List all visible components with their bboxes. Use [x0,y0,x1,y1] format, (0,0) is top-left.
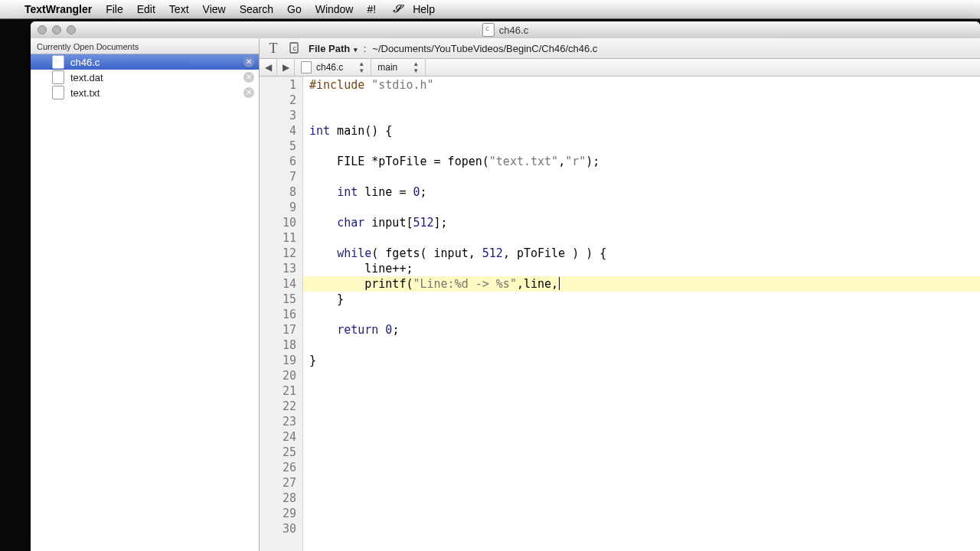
dropdown-arrows-icon: ▲▼ [413,60,419,74]
code-line[interactable]: char input[512]; [303,215,980,230]
line-number: 24 [260,429,302,445]
line-number: 29 [260,506,302,521]
code-line[interactable] [303,139,980,154]
editor-pane: T c File Path ▾ : ~/Documents/YouTubeVid… [260,38,980,551]
line-number-gutter: 1234567891011121314151617181920212223242… [260,77,303,551]
nav-bar: ◀ ▶ ch46.c ▲▼ main ▲▼ [260,59,980,77]
line-number: 16 [260,307,302,322]
menu-search[interactable]: Search [240,3,273,15]
menu-window[interactable]: Window [315,3,354,15]
close-document-icon[interactable]: ✕ [243,87,254,98]
file-name-label: text.dat [70,72,103,83]
document-icon [52,86,64,99]
menu-help[interactable]: Help [413,3,435,15]
minimize-window-button[interactable] [52,25,61,34]
code-line[interactable]: line++; [303,261,980,276]
line-number: 17 [260,322,302,337]
code-line[interactable] [303,307,980,322]
code-line[interactable] [303,491,980,506]
code-line[interactable] [303,460,980,475]
line-number: 14 [260,276,302,292]
scripts-menu-icon[interactable]: 𝒮 [393,3,400,15]
line-number: 27 [260,475,302,491]
symbol-popup[interactable]: main ▲▼ [371,59,426,76]
file-popup[interactable]: ch46.c ▲▼ [295,59,371,76]
path-label: File Path ▾ [309,43,358,54]
code-editor[interactable]: 1234567891011121314151617181920212223242… [260,77,980,551]
text-tool-icon[interactable]: T [266,41,281,56]
code-line[interactable]: while( fgets( input, 512, pToFile ) ) { [303,246,980,261]
macos-menubar: TextWrangler File Edit Text View Search … [0,0,980,19]
line-number: 22 [260,399,302,414]
line-number: 8 [260,184,302,200]
nav-forward-button[interactable]: ▶ [277,59,295,76]
code-line[interactable] [303,445,980,460]
window-title: ch46.c [482,23,528,37]
sidebar-file-text-dat[interactable]: text.dat✕ [31,70,259,85]
code-line[interactable] [303,414,980,429]
app-menu[interactable]: TextWrangler [24,3,92,15]
close-document-icon[interactable]: ✕ [243,72,254,83]
code-line[interactable] [303,368,980,383]
line-number: 5 [260,139,302,154]
line-number: 13 [260,261,302,276]
menu-text[interactable]: Text [169,3,189,15]
code-line[interactable] [303,521,980,536]
code-line[interactable] [303,230,980,246]
line-number: 2 [260,93,302,108]
file-icon [301,61,312,73]
menu-go[interactable]: Go [287,3,302,15]
line-number: 3 [260,108,302,123]
sidebar-file-text-txt[interactable]: text.txt✕ [31,85,259,100]
zoom-window-button[interactable] [67,25,76,34]
menu-view[interactable]: View [203,3,226,15]
sidebar-file-ch46-c[interactable]: ch46.c✕ [31,54,259,70]
file-path[interactable]: ~/Documents/YouTubeVideos/BeginC/Ch46/ch… [372,43,597,54]
code-line[interactable] [303,383,980,399]
menu-file[interactable]: File [106,3,123,15]
line-number: 15 [260,292,302,307]
code-line[interactable]: printf("Line:%d -> %s",line, [303,276,980,292]
code-line[interactable] [303,200,980,215]
sidebar-header: Currently Open Documents [31,38,259,54]
code-line[interactable] [303,429,980,445]
code-line[interactable] [303,399,980,414]
code-line[interactable]: } [303,292,980,307]
line-number: 12 [260,246,302,261]
close-document-icon[interactable]: ✕ [243,57,254,67]
window-title-text: ch46.c [499,24,528,36]
document-info-icon[interactable]: c [287,41,302,56]
line-number: 23 [260,414,302,429]
symbol-popup-label: main [377,62,397,73]
nav-back-button[interactable]: ◀ [260,59,277,76]
code-content[interactable]: #include "stdio.h"int main() { FILE *pTo… [303,77,980,551]
line-number: 1 [260,77,302,93]
code-line[interactable]: int line = 0; [303,184,980,200]
file-popup-label: ch46.c [316,62,343,73]
traffic-lights [38,25,76,34]
document-icon [52,70,64,84]
code-line[interactable] [303,506,980,521]
menu-edit[interactable]: Edit [137,3,155,15]
code-line[interactable]: #include "stdio.h" [303,77,980,93]
text-cursor [559,277,560,290]
close-window-button[interactable] [38,25,47,34]
file-name-label: ch46.c [70,57,100,68]
open-documents-list: ch46.c✕text.dat✕text.txt✕ [31,54,259,100]
code-line[interactable] [303,169,980,184]
code-line[interactable]: } [303,353,980,368]
line-number: 25 [260,445,302,460]
line-number: 26 [260,460,302,475]
code-line[interactable] [303,93,980,108]
window-titlebar[interactable]: ch46.c [31,21,980,39]
code-line[interactable]: int main() { [303,123,980,139]
code-line[interactable]: FILE *pToFile = fopen("text.txt","r"); [303,154,980,169]
documents-sidebar: Currently Open Documents ch46.c✕text.dat… [31,38,260,551]
line-number: 21 [260,383,302,399]
editor-window: ch46.c Currently Open Documents ch46.c✕t… [31,21,980,551]
code-line[interactable] [303,475,980,491]
menu-shebang[interactable]: #! [367,3,376,15]
code-line[interactable] [303,337,980,353]
code-line[interactable] [303,108,980,123]
code-line[interactable]: return 0; [303,322,980,337]
